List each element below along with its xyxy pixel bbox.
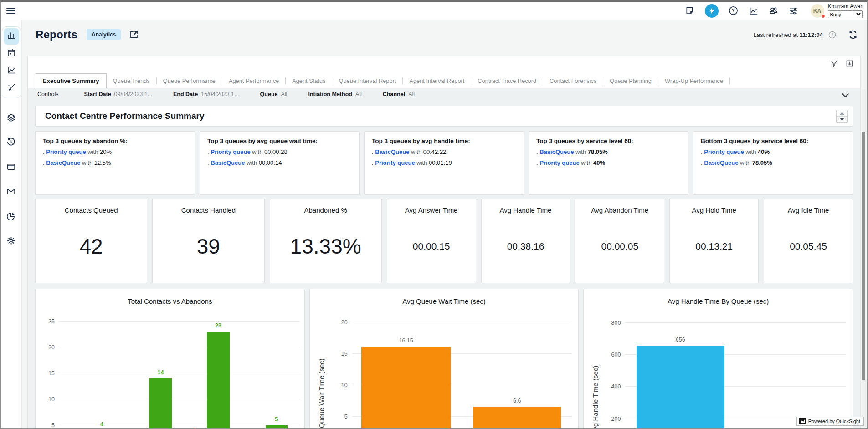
calendar-icon [7, 48, 16, 59]
info-icon[interactable]: i [828, 31, 836, 39]
tab-agent-performance[interactable]: Agent Performance [222, 77, 285, 84]
sidebar-item-line-chart[interactable] [4, 63, 19, 79]
status-select[interactable]: Busy [828, 10, 863, 18]
insight-line: . Priority queue with 00:01:19 [372, 159, 516, 166]
tab-contact-forensics[interactable]: Contact Forensics [543, 77, 603, 84]
gridline [352, 322, 572, 322]
tab-agent-status[interactable]: Agent Status [286, 77, 332, 84]
filter-queue[interactable]: QueueAll [260, 91, 288, 97]
filter-channel[interactable]: ChannelAll [383, 91, 415, 97]
gridline [625, 322, 846, 323]
queue-link[interactable]: Priority queue [704, 148, 744, 155]
controls-collapse-chevron-icon[interactable] [843, 92, 848, 98]
insight-card-handle-time: Top 3 queues by avg handle time: . Basic… [364, 131, 524, 195]
gridline [59, 347, 300, 347]
analytics-line-chart-icon[interactable] [749, 6, 759, 16]
notes-icon[interactable] [685, 6, 695, 16]
sidebar-item-pie-chart[interactable] [4, 209, 19, 225]
sidebar-item-mail[interactable] [4, 184, 19, 200]
sidebar-item-settings[interactable] [4, 233, 19, 250]
vertical-scrollbar[interactable] [862, 89, 866, 427]
insight-title: Top 3 queues by avg handle time: [372, 138, 516, 144]
analytics-badge: Analytics [87, 29, 121, 40]
sidebar-item-window[interactable] [4, 159, 19, 176]
sidebar-item-history[interactable] [4, 135, 19, 151]
bar-value-label: 4 [100, 421, 103, 428]
sheet-title-card: Contact Centre Performance Summary [35, 106, 853, 127]
avatar[interactable]: KA [811, 4, 824, 18]
kpi-avg-abandon-time: Avg Abandon Time 00:00:05 [575, 199, 664, 283]
filter-funnel-icon[interactable] [830, 60, 838, 68]
layers-icon [6, 113, 16, 124]
sidebar-analytics-group [2, 26, 21, 98]
queue-link[interactable]: BasicQueue [704, 159, 738, 166]
tab-contract-trace-record[interactable]: Contract Trace Record [471, 77, 543, 84]
scrollbar-thumb[interactable] [862, 132, 865, 380]
bar-avg-handle-time[interactable] [637, 346, 724, 428]
chart-title: Total Contacts vs Abandons [36, 297, 304, 305]
sidebar-item-calendar[interactable] [4, 46, 19, 62]
sheet-scroll-spinner [836, 110, 848, 123]
page-title: Reports [36, 28, 77, 41]
spinner-up-button[interactable] [837, 110, 847, 116]
chart-avg-queue-wait-time: Avg Queue Wait Time (sec) 510152016.156.… [309, 289, 579, 428]
bar-avg-queue-wait-time[interactable] [473, 407, 561, 428]
queue-link[interactable]: BasicQueue [375, 148, 409, 155]
queue-link[interactable]: BasicQueue [46, 159, 80, 166]
top-bar: ? KA Khurram Awan Busy [1, 2, 867, 20]
y-axis-tick-label: 200 [611, 416, 621, 422]
tab-executive-summary[interactable]: Executive Summary [36, 73, 107, 88]
refresh-icon[interactable] [848, 30, 858, 40]
filter-end-date[interactable]: End Date15/04/2023 1... [173, 91, 239, 97]
y-axis-tick-label: 20 [48, 344, 55, 351]
spinner-down-button[interactable] [837, 116, 847, 122]
filter-initiation-method[interactable]: Intiation MethodAll [308, 91, 361, 97]
queue-link[interactable]: Priority queue [539, 159, 579, 166]
quick-actions-bolt-icon[interactable] [705, 4, 719, 18]
help-icon[interactable]: ? [729, 6, 739, 16]
export-icon[interactable] [846, 60, 854, 68]
sidebar-item-layers[interactable] [4, 110, 19, 127]
bar-total-contacts[interactable] [266, 425, 288, 428]
chart-title: Avg Queue Wait Time (sec) [310, 297, 579, 305]
chart-plot-area: 5101520254143235 [59, 316, 300, 428]
sidebar-item-bar-chart[interactable] [4, 28, 19, 45]
chart-avg-handle-time-by-queue: Avg Handle Time By Queue (sec) 200400600… [583, 289, 853, 428]
bar-value-label: 656 [676, 337, 685, 343]
kpi-avg-hold-time: Avg Hold Time 00:13:21 [669, 199, 759, 283]
chart-plot-area: 200400600800656 [625, 316, 846, 428]
y-axis-tick-label: 5 [51, 422, 55, 428]
queue-link[interactable]: Priority queue [375, 159, 415, 166]
kpi-row: Contacts Queued 42 Contacts Handled 39 A… [35, 199, 853, 283]
insight-line: . BasicQueue with 78.05% [701, 159, 845, 166]
line-chart-icon [7, 66, 16, 77]
tab-queue-performance[interactable]: Queue Performance [157, 77, 222, 84]
tab-divider [729, 77, 730, 84]
bar-total-contacts[interactable] [207, 332, 230, 428]
tab-queue-interval-report[interactable]: Queue Interval Report [332, 77, 402, 84]
kpi-value: 00:00:15 [413, 241, 450, 252]
contacts-people-icon[interactable] [769, 6, 779, 16]
design-brush-icon [7, 83, 16, 94]
queue-link[interactable]: BasicQueue [539, 148, 574, 155]
bar-total-contacts[interactable] [149, 378, 172, 428]
external-link-icon[interactable] [129, 30, 139, 40]
tab-queue-planning[interactable]: Queue Planning [603, 77, 658, 84]
kpi-value: 42 [80, 234, 103, 259]
hamburger-menu-icon[interactable] [6, 8, 15, 14]
tab-queue-trends[interactable]: Queue Trends [107, 77, 156, 84]
filter-start-date[interactable]: Start Date09/04/2023 1... [84, 91, 152, 97]
sidebar-item-design[interactable] [4, 80, 19, 97]
preferences-sliders-icon[interactable] [789, 6, 799, 16]
bar-avg-queue-wait-time[interactable] [361, 347, 450, 428]
kpi-label: Avg Hold Time [692, 206, 736, 214]
tab-wrap-up-performance[interactable]: Wrap-Up Performance [658, 77, 729, 84]
insight-line: . BasicQueue with 00:42:22 [372, 148, 516, 155]
tab-agent-interval-report[interactable]: Agent Interval Report [403, 77, 471, 84]
chart-total-contacts-vs-abandons: Total Contacts vs Abandons 5101520254143… [35, 289, 305, 428]
queue-link[interactable]: Priority queue [46, 148, 86, 155]
kpi-label: Contacts Handled [181, 206, 236, 214]
queue-link[interactable]: Priority queue [211, 148, 250, 155]
queue-link[interactable]: BasicQueue [211, 159, 245, 166]
bar-value-label: 16.15 [399, 337, 413, 344]
